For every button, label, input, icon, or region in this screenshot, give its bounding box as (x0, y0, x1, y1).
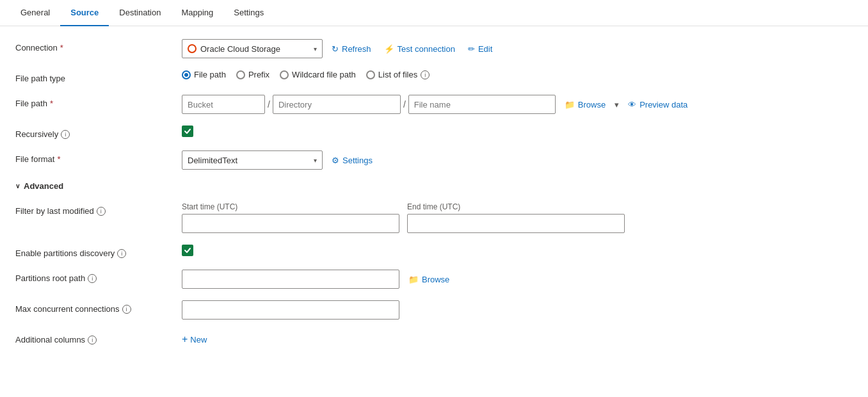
partitions-root-label: Partitions root path i (15, 270, 182, 283)
edit-icon: ✏ (468, 44, 475, 54)
preview-icon: 👁 (628, 100, 636, 109)
browse-button[interactable]: 📁 Browse (561, 97, 609, 112)
advanced-chevron-icon: ∨ (15, 182, 20, 190)
partitions-browse-button[interactable]: 📁 Browse (405, 272, 453, 287)
filter-last-modified-label: Filter by last modified i (15, 202, 182, 216)
dropdown-arrow-icon: ▾ (314, 45, 317, 53)
recursively-controls (182, 126, 853, 137)
end-time-input[interactable] (407, 214, 625, 233)
browse-icon: 📁 (565, 100, 575, 109)
new-column-button[interactable]: + New (182, 331, 207, 348)
browse-dropdown-arrow[interactable]: ▾ (615, 100, 619, 109)
recursively-info-icon[interactable]: i (61, 130, 70, 139)
additional-columns-label: Additional columns i (15, 331, 182, 344)
partitions-root-input[interactable] (182, 270, 399, 289)
connection-controls: Oracle Cloud Storage ▾ ↻ Refresh ⚡ Test … (182, 39, 853, 58)
additional-columns-controls: + New (182, 331, 853, 348)
tab-general[interactable]: General (10, 0, 60, 26)
radio-listfiles-input[interactable] (366, 70, 375, 79)
listfiles-info-icon[interactable]: i (421, 70, 430, 79)
file-path-type-controls: File path Prefix Wildcard file path List… (182, 70, 853, 79)
partitions-info-icon[interactable]: i (117, 249, 126, 258)
settings-icon: ⚙ (332, 156, 339, 165)
form-content: Connection * Oracle Cloud Storage ▾ ↻ Re… (0, 26, 868, 372)
radio-wildcard-input[interactable] (280, 70, 289, 79)
filter-last-modified-controls: Start time (UTC) End time (UTC) (182, 202, 853, 233)
file-path-type-label: File path type (15, 70, 182, 83)
file-path-row: File path * / / 📁 Browse ▾ 👁 Preview dat… (15, 95, 853, 114)
format-settings-button[interactable]: ⚙ Settings (328, 153, 376, 168)
edit-button[interactable]: ✏ Edit (464, 42, 496, 56)
start-time-group: Start time (UTC) (182, 202, 399, 233)
partitions-root-row: Partitions root path i 📁 Browse (15, 270, 853, 289)
tab-source[interactable]: Source (60, 0, 109, 26)
radio-prefix-input[interactable] (236, 70, 245, 79)
tab-settings[interactable]: Settings (223, 0, 274, 26)
plus-icon: + (182, 334, 188, 345)
recursively-checkbox[interactable] (182, 126, 193, 137)
radio-filepath[interactable]: File path (182, 70, 226, 79)
max-concurrent-label: Max concurrent connections i (15, 300, 182, 314)
directory-input[interactable] (273, 95, 401, 114)
tab-bar: General Source Destination Mapping Setti… (0, 0, 868, 26)
connection-row: Connection * Oracle Cloud Storage ▾ ↻ Re… (15, 39, 853, 58)
refresh-button[interactable]: ↻ Refresh (328, 42, 375, 56)
connection-dropdown[interactable]: Oracle Cloud Storage ▾ (182, 39, 323, 58)
bucket-input[interactable] (182, 95, 265, 114)
partitions-browse-icon: 📁 (408, 275, 419, 284)
sep2: / (403, 99, 406, 109)
recursively-label: Recursively i (15, 126, 182, 139)
tab-destination[interactable]: Destination (109, 0, 171, 26)
radio-listfiles[interactable]: List of files i (366, 70, 430, 79)
recursively-row: Recursively i (15, 126, 853, 139)
file-format-label: File format * (15, 150, 182, 164)
max-concurrent-controls (182, 300, 853, 320)
start-time-input[interactable] (182, 214, 399, 233)
sep1: / (268, 99, 270, 109)
additional-columns-row: Additional columns i + New (15, 331, 853, 348)
file-path-controls: / / 📁 Browse ▾ 👁 Preview data (182, 95, 853, 114)
connection-label: Connection * (15, 39, 182, 53)
advanced-toggle[interactable]: ∨ Advanced (15, 181, 63, 191)
enable-partitions-checkbox[interactable] (182, 245, 193, 256)
radio-wildcard[interactable]: Wildcard file path (280, 70, 356, 79)
format-dropdown-arrow-icon: ▾ (314, 157, 317, 164)
max-concurrent-row: Max concurrent connections i (15, 300, 853, 320)
end-time-group: End time (UTC) (407, 202, 625, 233)
filter-last-modified-row: Filter by last modified i Start time (UT… (15, 202, 853, 233)
partitions-root-info-icon[interactable]: i (88, 274, 97, 283)
partitions-check-icon (184, 247, 191, 254)
connection-icon (188, 44, 197, 53)
partitions-root-controls: 📁 Browse (182, 270, 853, 289)
preview-data-button[interactable]: 👁 Preview data (624, 97, 691, 112)
file-path-label: File path * (15, 95, 182, 108)
file-format-dropdown[interactable]: DelimitedText ▾ (182, 150, 323, 170)
max-concurrent-info-icon[interactable]: i (122, 305, 131, 314)
test-icon: ⚡ (384, 44, 394, 54)
datetime-inputs: Start time (UTC) End time (UTC) (182, 202, 625, 233)
advanced-row: ∨ Advanced (15, 181, 853, 191)
filter-info-icon[interactable]: i (97, 207, 106, 216)
test-connection-button[interactable]: ⚡ Test connection (380, 42, 459, 56)
enable-partitions-controls (182, 245, 853, 256)
filename-input[interactable] (408, 95, 556, 114)
enable-partitions-row: Enable partitions discovery i (15, 245, 853, 258)
enable-partitions-label: Enable partitions discovery i (15, 245, 182, 258)
filepath-group: / / (182, 95, 556, 114)
radio-filepath-input[interactable] (182, 70, 191, 79)
max-concurrent-input[interactable] (182, 300, 399, 320)
file-format-controls: DelimitedText ▾ ⚙ Settings (182, 150, 853, 170)
file-path-type-row: File path type File path Prefix Wildcard… (15, 70, 853, 83)
radio-prefix[interactable]: Prefix (236, 70, 269, 79)
tab-mapping[interactable]: Mapping (171, 0, 223, 26)
additional-columns-info-icon[interactable]: i (88, 336, 97, 344)
check-icon (184, 127, 191, 135)
radio-group: File path Prefix Wildcard file path List… (182, 70, 430, 79)
refresh-icon: ↻ (332, 44, 339, 54)
file-format-row: File format * DelimitedText ▾ ⚙ Settings (15, 150, 853, 170)
